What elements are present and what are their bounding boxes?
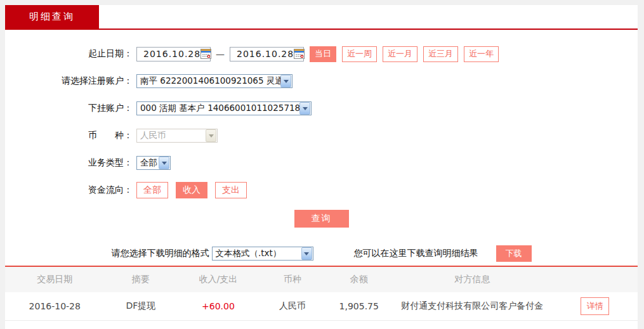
currency-select: 人民币 xyxy=(136,129,218,143)
download-button[interactable]: 下载 xyxy=(496,245,532,262)
fund-flow-label: 资金流向： xyxy=(5,184,136,196)
tab-bar: 明细查询 xyxy=(5,5,638,30)
date-range-label: 起止日期： xyxy=(5,48,136,60)
sub-account-select[interactable]: 000 活期 基本户 1406600101102571848 xyxy=(136,101,312,115)
table-header-row: 交易日期 摘要 收入/支出 币种 余额 对方信息 xyxy=(5,267,638,292)
start-date-input[interactable]: 2016.10.28 xyxy=(136,47,211,61)
currency-label: 币 种： xyxy=(5,130,136,141)
cell-action: 详情 xyxy=(552,297,638,315)
quick-range-today-button[interactable]: 当日 xyxy=(310,46,336,62)
query-button[interactable]: 查询 xyxy=(294,210,349,228)
end-date-input[interactable]: 2016.10.28 xyxy=(230,47,304,61)
header-trade-date: 交易日期 xyxy=(5,274,105,285)
chevron-down-icon[interactable] xyxy=(299,102,310,115)
cell-balance: 1,905.75 xyxy=(325,301,392,311)
fund-flow-expense-button[interactable]: 支出 xyxy=(215,182,247,198)
detail-button[interactable]: 详情 xyxy=(581,297,609,315)
download-format-select[interactable]: 文本格式（.txt） xyxy=(212,247,313,261)
quick-range-month-button[interactable]: 近一月 xyxy=(383,46,417,62)
start-date-value: 2016.10.28 xyxy=(143,49,200,59)
fund-flow-income-button[interactable]: 收入 xyxy=(176,182,207,198)
fund-flow-all-button[interactable]: 全部 xyxy=(136,182,168,198)
currency-value: 人民币 xyxy=(137,130,206,141)
table-row: 2016-10-28 DF提现 +60.00 人民币 1,905.75 财付通支… xyxy=(5,292,638,321)
query-form: 起止日期： 2016.10.28 — xyxy=(5,30,638,261)
quick-range-quarter-button[interactable]: 近三月 xyxy=(423,46,458,62)
chevron-down-icon xyxy=(206,129,216,142)
registered-account-value: 南平 6222001406100921065 灵通卡 xyxy=(137,75,280,87)
cell-currency: 人民币 xyxy=(260,300,326,312)
cell-trade-date: 2016-10-28 xyxy=(5,301,105,311)
sub-account-label: 下挂账户： xyxy=(5,103,136,114)
header-income-expense: 收入/支出 xyxy=(177,274,260,285)
sub-account-value: 000 活期 基本户 1406600101102571848 xyxy=(137,103,299,114)
date-separator: — xyxy=(216,49,225,59)
header-counterparty: 对方信息 xyxy=(392,274,552,285)
business-type-label: 业务类型： xyxy=(5,157,136,169)
calendar-icon[interactable] xyxy=(294,49,305,59)
date-range-row: 起止日期： 2016.10.28 — xyxy=(5,46,638,61)
header-balance: 余额 xyxy=(325,274,392,285)
tab-detail-query[interactable]: 明细查询 xyxy=(5,5,99,29)
chevron-down-icon[interactable] xyxy=(301,247,312,260)
registered-account-select[interactable]: 南平 6222001406100921065 灵通卡 xyxy=(136,74,292,88)
sub-account-row: 下挂账户： 000 活期 基本户 1406600101102571848 xyxy=(5,101,638,116)
cell-counterparty: 财付通支付科技有限公司客户备付金 xyxy=(392,300,552,312)
quick-range-year-button[interactable]: 近一年 xyxy=(464,46,499,62)
cell-amount: +60.00 xyxy=(177,301,260,311)
calendar-icon[interactable] xyxy=(200,49,211,59)
chevron-down-icon[interactable] xyxy=(159,157,169,169)
registered-account-label: 请选择注册账户： xyxy=(5,75,136,87)
download-hint: 您可以在这里下载查询明细结果 xyxy=(354,248,478,259)
business-type-select[interactable]: 全部 xyxy=(136,156,171,170)
quick-range-week-button[interactable]: 近一周 xyxy=(342,46,377,62)
cell-summary: DF提现 xyxy=(105,300,178,312)
end-date-value: 2016.10.28 xyxy=(237,49,294,59)
business-type-row: 业务类型： 全部 xyxy=(5,155,638,171)
currency-row: 币 种： 人民币 xyxy=(5,128,638,143)
chevron-down-icon[interactable] xyxy=(280,75,291,87)
download-row: 请您选择下载明细的格式 文本格式（.txt） 您可以在这里下载查询明细结果 下载 xyxy=(5,246,638,261)
header-summary: 摘要 xyxy=(105,274,178,285)
download-format-value: 文本格式（.txt） xyxy=(213,248,301,259)
fund-flow-row: 资金流向： 全部 收入 支出 xyxy=(5,183,638,198)
header-currency: 币种 xyxy=(260,274,326,285)
download-format-label: 请您选择下载明细的格式 xyxy=(112,248,209,259)
content-card: 明细查询 起止日期： 2016.10.28 xyxy=(5,5,638,329)
registered-account-row: 请选择注册账户： 南平 6222001406100921065 灵通卡 xyxy=(5,74,638,89)
business-type-value: 全部 xyxy=(137,157,159,169)
